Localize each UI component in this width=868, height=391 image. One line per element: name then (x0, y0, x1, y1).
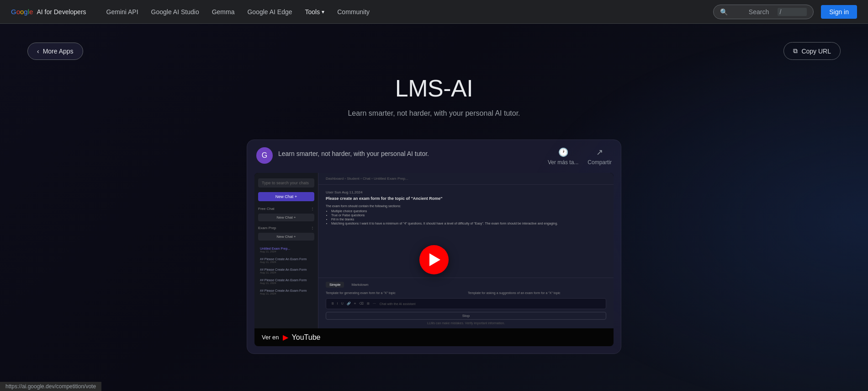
ss-template-row: Template for generating exam form for a … (326, 291, 606, 295)
search-bar[interactable]: 🔍 Search / (713, 5, 814, 19)
ss-bottom: Simple Markdown Template for generating … (318, 278, 614, 328)
video-inner: Type to search your chats New Chat + Fre… (254, 173, 614, 346)
page-title: LMS-AI (0, 75, 868, 102)
ss-disclaimer: LLMs can make mistakes. Verify important… (326, 321, 606, 325)
ss-desc: The exam form should contain the followi… (326, 204, 606, 208)
ss-requirements: Multiple choice questions True or False … (326, 209, 606, 225)
hero-section: LMS-AI Learn smarter, not harder, with y… (0, 75, 868, 118)
ss-toolbar: B I U 🔗 ≡ ⌫ ⊞ ⋯ (331, 301, 377, 306)
ss-free-chat-new: New Chat + (258, 214, 314, 221)
top-navigation: Google AI for Developers Gemini API Goog… (0, 0, 868, 24)
ss-free-chat-title: Free Chat ⋮ (258, 207, 314, 211)
ss-stop-btn: Stop (326, 312, 606, 320)
clock-icon: 🕐 (558, 147, 568, 157)
video-card: G Learn smarter, not harder, with your p… (247, 139, 621, 354)
ss-exam-prep-title: Exam Prep ⋮ (258, 226, 314, 230)
search-icon: 🔍 (720, 8, 745, 16)
ss-user-message: Please create an exam form for the topic… (326, 196, 606, 201)
avatar: G (256, 147, 273, 164)
list-item: ## Please Create An Exam Form Aug 11, 20… (258, 266, 314, 276)
copy-icon: ⧉ (793, 47, 798, 55)
status-bar: https://ai.google.dev/competition/vote (0, 382, 101, 391)
screenshot-main: Dashboard › Student › Chat › Untitled Ex… (318, 173, 614, 328)
video-card-header: G Learn smarter, not harder, with your p… (247, 140, 621, 173)
screenshot-sidebar: Type to search your chats New Chat + Fre… (254, 173, 318, 328)
ss-breadcrumb: Dashboard › Student › Chat › Untitled Ex… (318, 173, 614, 185)
youtube-logo-icon: ▶ (283, 333, 288, 342)
ss-user-label: User Sun Aug 11,2024 (326, 190, 606, 194)
ss-tabs: Simple Markdown (326, 282, 606, 288)
compartir-button[interactable]: ↗ Compartir (587, 147, 612, 166)
status-url: https://ai.google.dev/competition/vote (5, 383, 96, 390)
list-item: ## Please Create An Exam Form Aug 11, 20… (258, 256, 314, 265)
card-actions: 🕐 Ver más ta... ↗ Compartir (548, 147, 612, 166)
nav-link-gemini-api[interactable]: Gemini API (101, 5, 144, 18)
yt-prefix: Ver en (262, 334, 279, 341)
youtube-footer: Ver en ▶ YouTube (254, 328, 614, 346)
more-apps-button[interactable]: ‹ More Apps (27, 43, 83, 60)
hero-subtitle: Learn smarter, not harder, with your per… (0, 109, 868, 118)
chevron-down-icon: ▾ (322, 9, 324, 15)
sign-in-button[interactable]: Sign in (821, 5, 857, 19)
ss-search: Type to search your chats (258, 178, 314, 187)
ss-exam-prep-new: New Chat + (258, 233, 314, 241)
play-button[interactable] (419, 245, 449, 274)
top-bar: ‹ More Apps ⧉ Copy URL (0, 42, 868, 60)
nav-link-google-ai-edge[interactable]: Google AI Edge (242, 5, 297, 18)
list-item: ## Please Create An Exam Form Aug 11, 20… (258, 287, 314, 297)
nav-link-tools[interactable]: Tools ▾ (300, 5, 330, 18)
share-icon: ↗ (596, 147, 603, 157)
play-overlay[interactable] (419, 245, 449, 274)
ss-input-bar: B I U 🔗 ≡ ⌫ ⊞ ⋯ Chat with the AI assista (326, 298, 606, 309)
site-logo[interactable]: Google AI for Developers (11, 8, 86, 16)
ss-chat-content: User Sun Aug 11,2024 Please create an ex… (318, 185, 614, 278)
nav-link-community[interactable]: Community (332, 5, 375, 18)
page-body: ‹ More Apps ⧉ Copy URL LMS-AI Learn smar… (0, 24, 868, 391)
copy-url-button[interactable]: ⧉ Copy URL (783, 42, 841, 60)
nav-link-gemma[interactable]: Gemma (206, 5, 240, 18)
nav-links: Gemini API Google AI Studio Gemma Google… (101, 5, 699, 18)
nav-right: 🔍 Search / Sign in (713, 5, 857, 19)
youtube-brand: YouTube (292, 333, 321, 342)
ss-active-item: Untitled Exam Prep... Aug 11, 2024 (258, 245, 314, 255)
ss-new-chat-btn: New Chat + (258, 192, 314, 201)
ver-mas-button[interactable]: 🕐 Ver más ta... (548, 147, 578, 166)
search-shortcut: / (778, 8, 807, 16)
google-wordmark: Google (11, 8, 33, 16)
list-item: ## Please Create An Exam Form Aug 11, 20… (258, 277, 314, 286)
card-description: Learn smarter, not harder, with your per… (278, 147, 542, 157)
video-thumbnail[interactable]: Type to search your chats New Chat + Fre… (254, 173, 614, 346)
nav-link-google-ai-studio[interactable]: Google AI Studio (146, 5, 205, 18)
brand-name: AI for Developers (37, 8, 86, 16)
search-placeholder: Search (749, 8, 774, 16)
chevron-left-icon: ‹ (37, 48, 39, 55)
